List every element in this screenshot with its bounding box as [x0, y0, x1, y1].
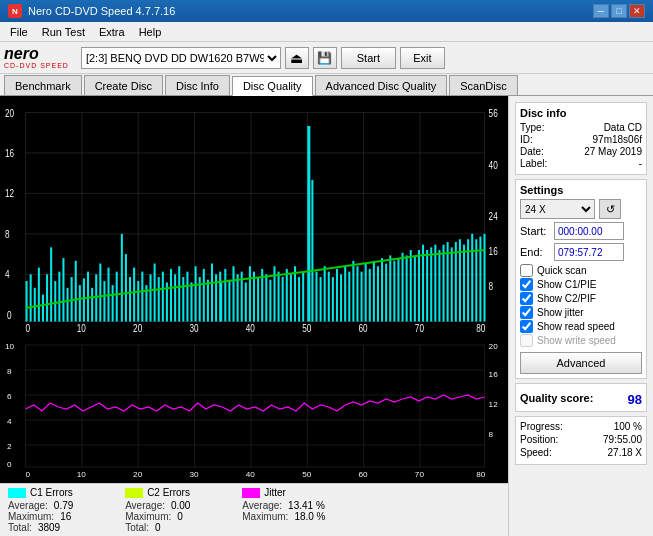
disc-info-panel: Disc info Type: Data CD ID: 97m18s06f Da…	[515, 102, 647, 175]
start-label: Start:	[520, 225, 550, 237]
svg-text:10: 10	[5, 342, 15, 351]
disc-id-row: ID: 97m18s06f	[520, 134, 642, 145]
svg-rect-49	[112, 285, 114, 321]
svg-rect-100	[328, 272, 330, 322]
show-jitter-row[interactable]: Show jitter	[520, 306, 642, 319]
svg-rect-83	[249, 266, 251, 321]
settings-panel: Settings 24 X ↺ Start: End: Quick scan	[515, 179, 647, 379]
tab-benchmark[interactable]: Benchmark	[4, 75, 82, 95]
svg-text:56: 56	[489, 106, 498, 118]
svg-rect-131	[455, 242, 457, 322]
speed-value: 27.18 X	[608, 447, 642, 458]
show-write-speed-row: Show write speed	[520, 334, 642, 347]
svg-rect-104	[344, 266, 346, 321]
svg-rect-93	[290, 274, 292, 321]
svg-text:8: 8	[489, 430, 494, 439]
svg-rect-135	[471, 234, 473, 322]
menu-extra[interactable]: Extra	[93, 24, 131, 40]
tab-disc-quality[interactable]: Disc Quality	[232, 76, 313, 96]
svg-rect-43	[87, 272, 89, 322]
quick-scan-row[interactable]: Quick scan	[520, 264, 642, 277]
tab-advanced-disc-quality[interactable]: Advanced Disc Quality	[315, 75, 448, 95]
svg-text:20: 20	[489, 342, 499, 351]
svg-text:60: 60	[358, 322, 367, 334]
app-title: Nero CD-DVD Speed 4.7.7.16	[28, 5, 175, 17]
disc-label-label: Label:	[520, 158, 547, 169]
drive-select[interactable]: [2:3] BENQ DVD DD DW1620 B7W9	[81, 47, 281, 69]
minimize-button[interactable]: ─	[593, 4, 609, 18]
quick-scan-checkbox[interactable]	[520, 264, 533, 277]
svg-rect-126	[434, 245, 436, 322]
position-value: 79:55.00	[603, 434, 642, 445]
menu-help[interactable]: Help	[133, 24, 168, 40]
tab-scan-disc[interactable]: ScanDisc	[449, 75, 517, 95]
advanced-button[interactable]: Advanced	[520, 352, 642, 374]
start-time-input[interactable]	[554, 222, 624, 240]
type-value: Data CD	[604, 122, 642, 133]
svg-rect-30	[42, 295, 44, 322]
svg-text:70: 70	[415, 470, 425, 479]
show-jitter-checkbox[interactable]	[520, 306, 533, 319]
svg-rect-59	[162, 272, 164, 322]
position-row: Position: 79:55.00	[520, 434, 642, 445]
show-c2-row[interactable]: Show C2/PIF	[520, 292, 642, 305]
svg-text:12: 12	[489, 400, 499, 409]
start-button[interactable]: Start	[341, 47, 396, 69]
svg-rect-72	[215, 274, 217, 321]
speed-row[interactable]: 24 X ↺	[520, 199, 642, 219]
svg-text:30: 30	[189, 470, 199, 479]
save-button[interactable]: 💾	[313, 47, 337, 69]
id-value: 97m18s06f	[593, 134, 642, 145]
tab-create-disc[interactable]: Create Disc	[84, 75, 163, 95]
show-read-speed-checkbox[interactable]	[520, 320, 533, 333]
jitter-legend: Jitter Average: 13.41 % Maximum: 18.0 %	[242, 487, 329, 533]
svg-rect-28	[34, 288, 36, 322]
svg-rect-67	[195, 266, 197, 321]
disc-type-row: Type: Data CD	[520, 122, 642, 133]
svg-rect-97	[315, 272, 317, 322]
menu-run-test[interactable]: Run Test	[36, 24, 91, 40]
svg-rect-105	[348, 272, 350, 322]
svg-text:10: 10	[77, 322, 86, 334]
close-button[interactable]: ✕	[629, 4, 645, 18]
svg-text:80: 80	[476, 470, 486, 479]
svg-rect-106	[352, 261, 354, 322]
c1-color	[8, 488, 26, 498]
svg-rect-39	[79, 285, 81, 321]
show-c2-label: Show C2/PIF	[537, 293, 596, 304]
menu-file[interactable]: File	[4, 24, 34, 40]
end-time-input[interactable]	[554, 243, 624, 261]
date-label: Date:	[520, 146, 544, 157]
svg-rect-118	[402, 253, 404, 322]
show-write-speed-checkbox	[520, 334, 533, 347]
tab-disc-info[interactable]: Disc Info	[165, 75, 230, 95]
svg-text:4: 4	[5, 268, 10, 280]
svg-text:40: 40	[489, 159, 498, 171]
svg-rect-94	[294, 266, 296, 321]
end-label: End:	[520, 246, 550, 258]
svg-text:10: 10	[77, 470, 87, 479]
show-read-speed-row[interactable]: Show read speed	[520, 320, 642, 333]
show-c1-checkbox[interactable]	[520, 278, 533, 291]
maximize-button[interactable]: □	[611, 4, 627, 18]
show-c1-row[interactable]: Show C1/PIE	[520, 278, 642, 291]
svg-rect-127	[438, 250, 440, 321]
tab-bar: Benchmark Create Disc Disc Info Disc Qua…	[0, 74, 653, 96]
svg-rect-44	[91, 288, 93, 322]
svg-rect-64	[182, 277, 184, 322]
exit-button[interactable]: Exit	[400, 47, 445, 69]
show-c2-checkbox[interactable]	[520, 292, 533, 305]
speed-select[interactable]: 24 X	[520, 199, 595, 219]
refresh-button[interactable]: ↺	[599, 199, 621, 219]
svg-text:12: 12	[5, 187, 14, 199]
window-controls[interactable]: ─ □ ✕	[593, 4, 645, 18]
svg-rect-112	[377, 266, 379, 321]
svg-text:8: 8	[489, 280, 494, 292]
svg-rect-84	[253, 272, 255, 322]
svg-rect-41	[125, 254, 127, 321]
svg-text:8: 8	[7, 367, 12, 376]
eject-button[interactable]: ⏏	[285, 47, 309, 69]
svg-rect-46	[99, 264, 101, 322]
svg-rect-47	[103, 281, 105, 321]
date-value: 27 May 2019	[584, 146, 642, 157]
